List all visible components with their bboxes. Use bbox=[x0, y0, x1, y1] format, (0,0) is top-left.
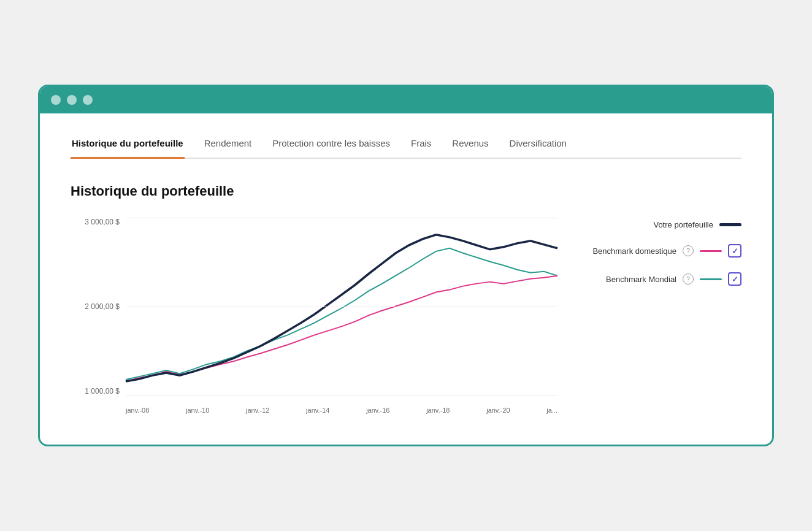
app-window: Historique du portefeuille Rendement Pro… bbox=[38, 85, 774, 446]
tab-revenus[interactable]: Revenus bbox=[451, 132, 489, 159]
x-axis: janv.-08 janv.-10 janv.-12 janv.-14 janv… bbox=[126, 407, 557, 414]
legend-line-domestic bbox=[700, 250, 722, 252]
info-icon-world[interactable]: ? bbox=[683, 273, 694, 285]
legend-line-portfolio bbox=[719, 223, 741, 226]
y-axis: 3 000,00 $ 2 000,00 $ 1 000,00 $ bbox=[71, 218, 120, 414]
checkbox-world[interactable]: ✓ bbox=[728, 272, 741, 286]
tab-historique[interactable]: Historique du portefeuille bbox=[71, 132, 185, 159]
x-label-1: janv.-10 bbox=[186, 407, 209, 414]
chart-inner bbox=[126, 218, 557, 395]
y-label-1000: 1 000,00 $ bbox=[71, 387, 120, 395]
legend-label-domestic: Benchmark domestique bbox=[592, 246, 676, 256]
y-label-3000: 3 000,00 $ bbox=[71, 218, 120, 226]
info-icon-domestic[interactable]: ? bbox=[683, 245, 694, 256]
chart-section: Historique du portefeuille 3 000,00 $ 2 … bbox=[71, 183, 557, 414]
tab-protection[interactable]: Protection contre les baisses bbox=[271, 132, 391, 159]
checkbox-domestic[interactable]: ✓ bbox=[728, 244, 741, 258]
x-label-2: janv.-12 bbox=[246, 407, 269, 414]
chart-container: 3 000,00 $ 2 000,00 $ 1 000,00 $ bbox=[71, 218, 557, 414]
main-area: Historique du portefeuille 3 000,00 $ 2 … bbox=[71, 183, 741, 414]
legend-item-world: Benchmark Mondial ? ✓ bbox=[582, 272, 741, 286]
x-label-6: janv.-20 bbox=[486, 407, 510, 414]
legend-label-portfolio: Votre portefeuille bbox=[653, 220, 713, 229]
legend-item-portfolio: Votre portefeuille bbox=[582, 220, 741, 229]
tab-frais[interactable]: Frais bbox=[410, 132, 432, 159]
x-label-5: janv.-18 bbox=[426, 407, 450, 414]
dot-1 bbox=[51, 95, 61, 105]
dot-2 bbox=[67, 95, 77, 105]
main-content: Historique du portefeuille Rendement Pro… bbox=[40, 113, 772, 445]
grid-line-bottom bbox=[126, 395, 557, 395]
legend-section: Votre portefeuille Benchmark domestique … bbox=[582, 183, 741, 414]
y-label-2000: 2 000,00 $ bbox=[71, 302, 120, 311]
legend-line-world bbox=[700, 278, 722, 280]
titlebar bbox=[40, 86, 772, 113]
legend-item-domestic: Benchmark domestique ? ✓ bbox=[582, 244, 741, 258]
legend-label-world: Benchmark Mondial bbox=[606, 275, 676, 284]
tab-bar: Historique du portefeuille Rendement Pro… bbox=[71, 132, 741, 159]
x-label-0: janv.-08 bbox=[126, 407, 149, 414]
tab-rendement[interactable]: Rendement bbox=[203, 132, 253, 159]
grid-line-mid bbox=[126, 307, 557, 307]
chart-title: Historique du portefeuille bbox=[71, 183, 557, 199]
tab-diversification[interactable]: Diversification bbox=[508, 132, 568, 159]
x-label-4: janv.-16 bbox=[366, 407, 389, 414]
x-label-3: janv.-14 bbox=[306, 407, 329, 414]
x-label-7: ja... bbox=[546, 407, 557, 414]
grid-line-top bbox=[126, 218, 557, 218]
dot-3 bbox=[83, 95, 93, 105]
